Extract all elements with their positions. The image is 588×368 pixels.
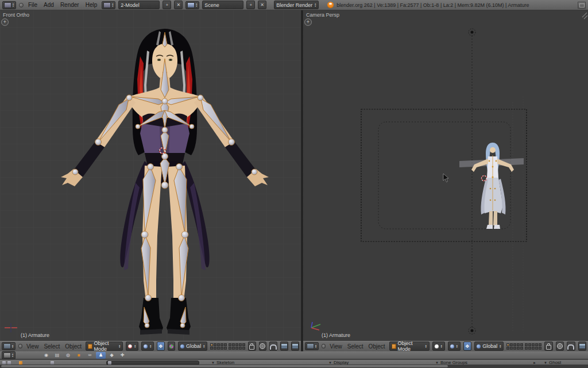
menu-select[interactable]: Select xyxy=(346,343,365,350)
pivot-point-icon xyxy=(450,344,454,348)
editor-type-selector[interactable]: ▲▼ xyxy=(2,1,16,9)
render-still-icon xyxy=(579,343,586,349)
editor-type-selector[interactable]: ▲▼ xyxy=(305,342,319,350)
active-object-label: (1) Armature xyxy=(322,332,350,338)
lock-to-scene-button[interactable] xyxy=(248,342,256,351)
tab-armature-data[interactable]: ♟ xyxy=(96,352,106,359)
screen-layout-field[interactable]: 2-Model xyxy=(118,1,160,9)
mode-dropdown[interactable]: Object Mode ▲▼ xyxy=(86,342,123,351)
viewport-shading-dropdown[interactable]: ▲▼ xyxy=(126,342,138,351)
transform-orientation-dropdown[interactable]: Global ▲▼ xyxy=(178,342,207,351)
menu-view[interactable]: View xyxy=(25,343,40,350)
snap-button[interactable] xyxy=(269,342,277,351)
pivot-point-dropdown[interactable]: ▲▼ xyxy=(448,342,461,351)
menu-object[interactable]: Object xyxy=(368,343,386,350)
screen-layout-name: 2-Model xyxy=(121,2,157,8)
manipulator-translate-button[interactable]: ✥ xyxy=(157,342,164,351)
scene-browse-button[interactable]: ▲▼ xyxy=(185,1,199,9)
panel-open-icon: ▼ xyxy=(435,361,439,365)
dropdown-arrows-icon: ▲▼ xyxy=(195,3,198,7)
info-editor-icon xyxy=(4,2,11,8)
window-duplicate-icon[interactable] xyxy=(578,2,586,9)
panel-open-icon: ▼ xyxy=(544,361,547,365)
tab-world[interactable]: ◍ xyxy=(63,352,73,359)
opengl-render-button[interactable] xyxy=(280,342,288,351)
tab-constraints[interactable]: ∞ xyxy=(85,352,95,359)
menu-help[interactable]: Help xyxy=(84,2,99,8)
opengl-render-button[interactable] xyxy=(578,342,586,351)
properties-header: ▲▼ ◉ ▤ ◍ ■ ∞ ♟ ◆ ✚ xyxy=(0,351,588,359)
viewport-header-left: ▲▼ View Select Object Object Mode ▲▼ ▲▼ … xyxy=(0,340,301,351)
menu-select[interactable]: Select xyxy=(42,343,61,350)
render-engine-dropdown[interactable]: Blender Render ▲▼ xyxy=(274,1,319,9)
collapse-menus-icon[interactable] xyxy=(19,3,24,7)
layer-buttons[interactable] xyxy=(210,343,245,350)
dropdown-arrows-icon: ▲▼ xyxy=(118,344,121,348)
dropdown-arrows-icon: ▲▼ xyxy=(11,353,14,357)
horizontal-scrollbar[interactable] xyxy=(0,365,588,368)
shading-icon xyxy=(128,344,132,348)
menu-file[interactable]: File xyxy=(26,2,39,8)
editor-type-selector[interactable]: ▲▼ xyxy=(2,342,16,350)
collapse-menus-icon[interactable] xyxy=(18,344,22,348)
dropdown-arrows-icon: ▲▼ xyxy=(134,344,136,348)
transform-orientation-dropdown[interactable]: Global ▲▼ xyxy=(474,342,504,351)
rotate-manipulator-icon xyxy=(169,344,173,348)
area-divider[interactable] xyxy=(301,10,303,351)
snap-button[interactable] xyxy=(567,342,575,351)
screen-layout-icon xyxy=(103,2,111,8)
proportional-edit-button[interactable] xyxy=(259,342,266,351)
object-mode-icon xyxy=(88,344,92,349)
mode-dropdown[interactable]: Object Mode ▲▼ xyxy=(389,342,430,351)
scene-delete-button[interactable]: ✕ xyxy=(258,1,266,9)
proportional-edit-icon xyxy=(557,343,563,349)
tab-bone[interactable]: ◆ xyxy=(107,352,117,359)
scene-field[interactable]: Scene xyxy=(202,1,243,9)
tab-physics[interactable]: ✚ xyxy=(118,352,127,359)
opengl-render-anim-button[interactable] xyxy=(291,342,299,351)
editor-type-selector[interactable]: ▲▼ xyxy=(2,351,16,359)
tab-object[interactable]: ■ xyxy=(74,352,84,359)
proportional-edit-button[interactable] xyxy=(556,342,564,351)
render-engine-value: Blender Render xyxy=(276,2,312,8)
render-anim-icon xyxy=(292,343,299,349)
viewport-front-ortho[interactable]: Front Ortho + (1) Armature xyxy=(0,10,301,340)
viewport-camera-persp[interactable]: Camera Persp + (1) Armature xyxy=(303,10,588,340)
active-object-label: (1) Armature xyxy=(21,332,49,338)
menu-render[interactable]: Render xyxy=(59,2,81,8)
screen-layout-add-button[interactable]: + xyxy=(163,1,171,9)
viewport-editor-icon xyxy=(307,343,314,349)
proportional-edit-icon xyxy=(260,343,265,349)
menu-object[interactable]: Object xyxy=(64,343,83,350)
manipulator-rotate-button[interactable] xyxy=(168,342,175,351)
menu-add[interactable]: Add xyxy=(42,2,56,8)
screen-layout-delete-button[interactable]: ✕ xyxy=(174,1,183,9)
tab-render[interactable]: ◉ xyxy=(41,352,51,359)
layer-buttons[interactable] xyxy=(506,343,541,350)
dropdown-arrows-icon: ▲▼ xyxy=(315,344,317,348)
workspace: Front Ortho + (1) Armature xyxy=(0,10,588,351)
dropdown-arrows-icon: ▲▼ xyxy=(314,3,316,7)
shading-icon xyxy=(435,344,439,348)
screen-layout-browse-button[interactable]: ▲▼ xyxy=(102,1,115,9)
manipulator-translate-button[interactable]: ✥ xyxy=(463,342,471,351)
viewport-shading-dropdown[interactable]: ▲▼ xyxy=(432,342,445,351)
toolshelf-expand-button[interactable]: + xyxy=(1,18,9,26)
global-orientation-icon xyxy=(477,344,481,348)
dropdown-arrows-icon: ▲▼ xyxy=(456,344,458,348)
view-name-label: Camera Persp xyxy=(306,12,339,18)
pivot-point-dropdown[interactable]: ▲▼ xyxy=(141,342,154,351)
dropdown-arrows-icon: ▲▼ xyxy=(12,3,14,7)
lock-to-scene-button[interactable] xyxy=(544,342,552,351)
tab-scene[interactable]: ▤ xyxy=(52,352,62,359)
scene-statistics: blender.org 262 | Ve:1389 | Fa:2577 | Ob… xyxy=(336,2,529,8)
menu-view[interactable]: View xyxy=(328,343,343,350)
mode-value: Object Mode xyxy=(398,340,423,352)
scene-icon xyxy=(187,2,195,8)
toolshelf-expand-button[interactable]: + xyxy=(304,18,312,26)
scene-add-button[interactable]: + xyxy=(246,1,255,9)
panel-open-icon: ▼ xyxy=(328,361,332,365)
scrollbar-thumb[interactable] xyxy=(1,365,448,367)
pivot-point-icon xyxy=(144,344,148,348)
collapse-menus-icon[interactable] xyxy=(322,344,326,348)
